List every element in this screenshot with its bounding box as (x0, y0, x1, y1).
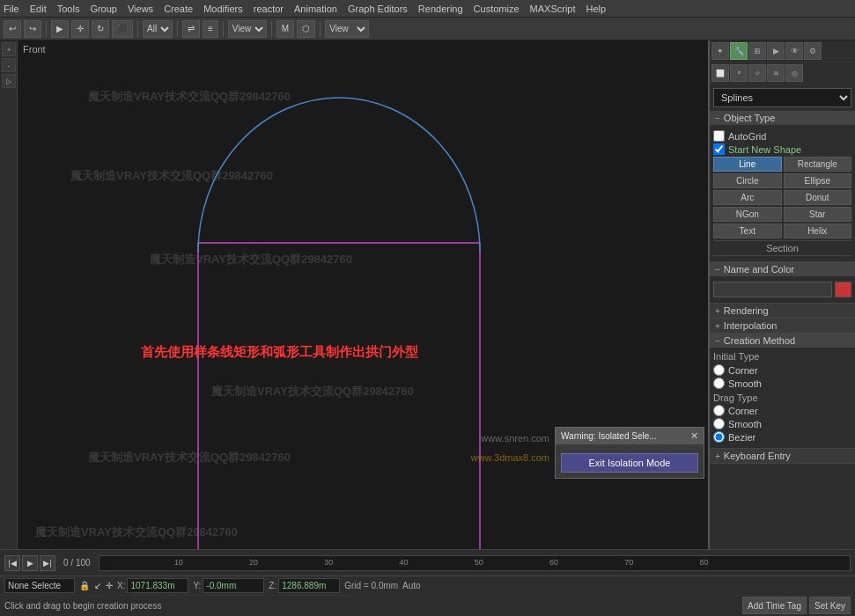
x-label: X: (117, 581, 125, 590)
drag-corner-row: Corner (713, 405, 851, 416)
status-row-2: Click and drag to begin creation process… (0, 596, 855, 615)
menu-animation[interactable]: Animation (294, 4, 337, 14)
panel-subicon-5[interactable]: ◎ (785, 64, 803, 82)
right-panel: ✦ 🔧 ⊞ ▶ 👁 ⚙ ⬜ ⚬ ✧ ≋ ◎ Splines − Object T… (710, 40, 855, 549)
drag-bezier-radio[interactable] (713, 431, 725, 443)
warning-title-text: Warning: Isolated Sele... (561, 431, 657, 441)
creation-method-header[interactable]: − Creation Method (710, 334, 855, 348)
add-time-tag-button[interactable]: Add Time Tag (742, 597, 807, 614)
initial-corner-radio[interactable] (713, 364, 725, 376)
left-icon-1[interactable]: + (2, 42, 16, 56)
panel-subicon-2[interactable]: ⚬ (730, 64, 748, 82)
exit-isolation-button[interactable]: Exit Isolation Mode (561, 453, 698, 473)
y-input[interactable] (203, 578, 264, 593)
menu-help[interactable]: Help (586, 4, 607, 14)
prev-frame-button[interactable]: |◀ (4, 555, 20, 571)
panel-icon-modify[interactable]: 🔧 (730, 42, 748, 60)
left-icon-2[interactable]: - (2, 58, 16, 72)
shape-btn-ellipse[interactable]: Ellipse (784, 173, 852, 188)
menu-reactor[interactable]: reactor (254, 4, 284, 14)
shape-btn-circle[interactable]: Circle (713, 173, 782, 188)
next-frame-button[interactable]: ▶| (40, 555, 55, 571)
menu-group[interactable]: Group (90, 4, 117, 14)
left-icon-3[interactable]: ▷ (2, 74, 16, 88)
menu-views[interactable]: Views (128, 4, 153, 14)
view-select[interactable]: View (228, 20, 267, 38)
rendering-rollout-header[interactable]: + Rendering (710, 304, 855, 319)
timeline: |◀ ▶ ▶| 0 / 100 10 20 30 40 50 60 70 80 (0, 549, 855, 576)
menu-file[interactable]: File (4, 4, 19, 14)
keyboard-entry-rollout-header[interactable]: + Keyboard Entry (710, 449, 855, 464)
initial-smooth-radio[interactable] (713, 378, 725, 389)
move-button[interactable]: ✛ (71, 20, 89, 38)
shape-btn-line[interactable]: Line (713, 157, 782, 172)
panel-subicon-1[interactable]: ⬜ (711, 64, 729, 82)
tick-40: 40 (400, 558, 409, 567)
play-button[interactable]: ▶ (22, 555, 38, 571)
render-button[interactable]: ⬡ (297, 20, 315, 38)
object-type-header[interactable]: − Object Type (710, 111, 855, 125)
panel-icon-motion[interactable]: ▶ (767, 42, 785, 60)
start-new-shape-checkbox[interactable] (713, 143, 725, 155)
panel-icon-display[interactable]: 👁 (785, 42, 803, 60)
autogrid-label: AutoGrid (728, 131, 766, 142)
shape-btn-arc[interactable]: Arc (713, 190, 782, 205)
menu-rendering[interactable]: Rendering (418, 4, 463, 14)
menu-tools[interactable]: Tools (57, 4, 80, 14)
shape-btn-ngon[interactable]: NGon (713, 207, 782, 222)
svg-rect-0 (198, 243, 480, 549)
z-input[interactable] (278, 578, 340, 593)
warning-close-button[interactable]: ✕ (690, 430, 698, 442)
mirror-button[interactable]: ⇌ (182, 20, 200, 38)
align-button[interactable]: ≡ (203, 20, 218, 38)
material-editor-button[interactable]: M (276, 20, 294, 38)
shape-btn-star[interactable]: Star (784, 207, 852, 222)
arch-shape (189, 89, 489, 549)
shape-btn-rectangle[interactable]: Rectangle (784, 157, 852, 172)
panel-icon-hierarchy[interactable]: ⊞ (748, 42, 766, 60)
menu-create[interactable]: Create (164, 4, 193, 14)
redo-button[interactable]: ↪ (24, 20, 41, 38)
warning-dialog: Warning: Isolated Sele... ✕ Exit Isolati… (555, 427, 704, 479)
initial-corner-label: Corner (728, 365, 758, 376)
z-coord-field: Z: (269, 578, 340, 593)
keyboard-entry-label: Keyboard Entry (724, 451, 791, 461)
shape-btn-text[interactable]: Text (713, 224, 782, 238)
shape-btn-donut[interactable]: Donut (784, 190, 852, 205)
toolbar: ↩ ↪ ▶ ✛ ↻ ⬛ All ⇌ ≡ View M ⬡ View (0, 18, 855, 40)
x-input[interactable] (127, 578, 188, 593)
menu-customize[interactable]: Customize (474, 4, 520, 14)
name-color-header[interactable]: − Name and Color (710, 262, 855, 276)
shape-btn-helix[interactable]: Helix (784, 224, 852, 238)
set-key-button[interactable]: Set Key (809, 597, 851, 614)
menu-maxscript[interactable]: MAXScript (530, 4, 576, 14)
viewport-label: Front (23, 44, 46, 55)
drag-smooth-radio[interactable] (713, 418, 725, 429)
scale-button[interactable]: ⬛ (112, 20, 133, 38)
name-input[interactable] (713, 282, 832, 297)
panel-subicon-3[interactable]: ✧ (748, 64, 766, 82)
drag-corner-radio[interactable] (713, 405, 725, 416)
interpolation-rollout-header[interactable]: + Interpolation (710, 319, 855, 334)
autogrid-checkbox[interactable] (713, 130, 725, 142)
selection-status-field[interactable] (4, 578, 75, 593)
panel-icon-create[interactable]: ✦ (711, 42, 729, 60)
menu-modifiers[interactable]: Modifiers (203, 4, 243, 14)
undo-button[interactable]: ↩ (4, 20, 21, 38)
menu-edit[interactable]: Edit (30, 4, 47, 14)
toolbar-separator-2 (137, 21, 138, 37)
viewport[interactable]: Front 魔天制造VRAY技术交流QQ群29842760 魔天制造VRAY技术… (18, 40, 710, 549)
select-button[interactable]: ▶ (51, 20, 69, 38)
splines-select[interactable]: Splines (713, 88, 851, 107)
drag-smooth-row: Smooth (713, 418, 851, 429)
color-swatch[interactable] (835, 282, 851, 297)
tick-20: 20 (249, 558, 258, 567)
rotate-button[interactable]: ↻ (92, 20, 109, 38)
panel-icon-utilities[interactable]: ⚙ (804, 42, 822, 60)
menu-graph-editors[interactable]: Graph Editors (348, 4, 408, 14)
view-select-2[interactable]: View (325, 20, 369, 38)
timeline-bar[interactable]: 10 20 30 40 50 60 70 80 (99, 555, 851, 571)
selection-mode-select[interactable]: All (143, 20, 173, 38)
initial-type-label: Initial Type (713, 351, 851, 362)
panel-subicon-4[interactable]: ≋ (767, 64, 785, 82)
